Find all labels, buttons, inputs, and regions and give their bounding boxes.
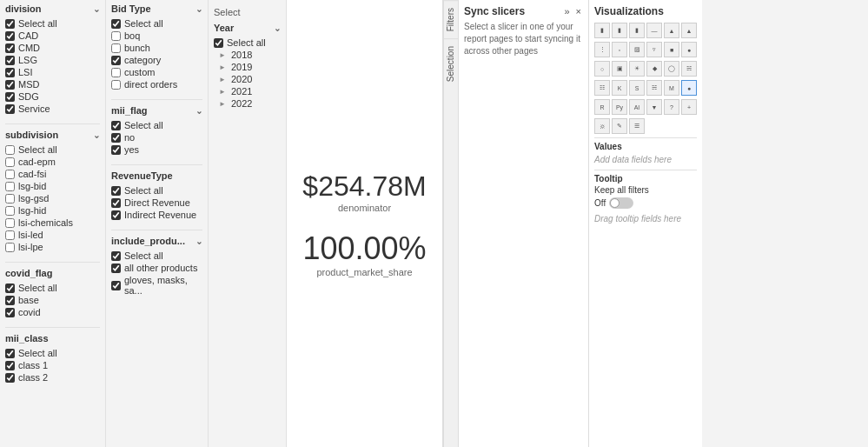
subdivision-lsg-bid[interactable]: lsg-bid [5,180,100,192]
division-lsi[interactable]: LSI [5,66,100,78]
viz-icon-stacked-bar[interactable]: ▮ [612,23,627,38]
tooltip-toggle-track[interactable] [609,197,633,209]
sync-close-button[interactable]: × [574,5,583,17]
viz-icon-bar[interactable]: ▮ [594,23,610,38]
mii-class-title: mii_class [5,333,49,344]
year-2019[interactable]: ► 2019 [214,61,281,73]
subdivision-lsi-chemicals[interactable]: lsi-chemicals [5,217,100,229]
values-add-field[interactable]: Add data fields here [594,153,697,166]
viz-icon-analytics[interactable]: ✎ [612,118,627,134]
select-label: Select [214,3,281,17]
viz-icon-active[interactable]: ● [681,80,697,96]
bid-type-custom[interactable]: custom [111,66,202,78]
division-msd[interactable]: MSD [5,78,100,90]
division-lsg[interactable]: LSG [5,54,100,66]
viz-icon-waterfall[interactable]: ▨ [629,42,645,57]
covid-base[interactable]: base [5,294,100,306]
include-produ-gloves[interactable]: gloves, masks, sa... [111,274,202,297]
covid-select-all[interactable]: Select all [5,282,100,294]
year-2022[interactable]: ► 2022 [214,97,281,110]
viz-icon-card[interactable]: ☵ [681,61,697,77]
subdivision-cad-fsi[interactable]: cad-fsi [5,168,100,180]
viz-icon-scatter[interactable]: ■ [664,42,679,57]
viz-icon-custom[interactable]: + [681,99,697,115]
year-2020[interactable]: ► 2020 [214,73,281,85]
subdivision-select-all[interactable]: Select all [5,143,100,156]
viz-icon-py[interactable]: Py [612,99,627,115]
viz-icon-funnel[interactable]: ▿ [646,42,662,57]
selection-tab[interactable]: Selection [444,38,458,89]
include-produ-chevron[interactable]: ⌄ [195,237,202,246]
include-produ-select-all[interactable]: Select all [111,250,202,262]
year-title: Year [214,23,234,33]
viz-icon-area[interactable]: ▲ [664,23,679,38]
mii-class-1[interactable]: class 1 [5,359,100,371]
division-sdg[interactable]: SDG [5,90,100,103]
division-cad[interactable]: CAD [5,30,100,42]
subdivision-lsg-hid[interactable]: lsg-hid [5,204,100,217]
viz-icon-map[interactable]: ☀ [629,61,645,77]
mii-class-select-all[interactable]: Select all [5,347,100,359]
viz-icon-donut[interactable]: ○ [594,61,610,77]
subdivision-lsi-led[interactable]: lsi-led [5,229,100,241]
subdivision-lsi-lpe[interactable]: lsi-lpe [5,241,100,253]
viz-icon-format[interactable]: ⛭ [594,118,610,134]
division-cmd[interactable]: CMD [5,42,100,54]
mii-flag-title: mii_flag [111,105,148,116]
viz-icon-ai[interactable]: AI [629,99,645,115]
revenue-indirect[interactable]: Indirect Revenue [111,209,202,221]
revenue-direct[interactable]: Direct Revenue [111,197,202,209]
mii-flag-yes[interactable]: yes [111,143,202,156]
sync-panel-description: Select a slicer in one of your report pa… [464,21,583,57]
viz-icon-table[interactable]: ☵ [646,80,662,96]
include-produ-all-other[interactable]: all other products [111,262,202,274]
slicer-col-year: Select Year ⌄ Select all ► 2018 ► 2019 ►… [209,0,287,447]
viz-icon-treemap[interactable]: ▣ [612,61,627,77]
bid-type-chevron[interactable]: ⌄ [195,4,202,14]
mii-class-2[interactable]: class 2 [5,371,100,384]
year-2018[interactable]: ► 2018 [214,49,281,61]
division-select-all[interactable]: Select all [5,17,100,30]
viz-icon-ribbon[interactable]: ▫ [612,42,627,57]
bid-type-category[interactable]: category [111,54,202,66]
bid-type-header: Bid Type ⌄ [111,3,202,14]
viz-icon-gauge[interactable]: ◯ [664,61,679,77]
viz-icon-stacked-area[interactable]: ▲ [681,23,697,38]
viz-icon-line-clustered[interactable]: ⋮ [594,42,610,57]
mii-flag-chevron[interactable]: ⌄ [195,106,202,116]
bid-type-direct-orders[interactable]: direct orders [111,78,202,90]
filters-tab[interactable]: Filters [444,0,458,38]
viz-icon-fields[interactable]: ☰ [629,118,645,134]
viz-icon-filled-map[interactable]: ◆ [646,61,662,77]
viz-icon-decomp[interactable]: ▼ [646,99,662,115]
covid-flag-slicer: covid_flag Select all base covid [5,268,100,318]
bid-type-select-all[interactable]: Select all [111,17,202,30]
viz-icon-pie[interactable]: ● [681,42,697,57]
mii-flag-no[interactable]: no [111,131,202,143]
sync-expand-button[interactable]: » [562,5,571,17]
bid-type-bunch[interactable]: bunch [111,42,202,54]
bid-type-boq[interactable]: boq [111,30,202,42]
viz-icon-line[interactable]: ― [646,23,662,38]
viz-icon-r[interactable]: R [594,99,610,115]
tooltip-drag-field[interactable]: Drag tooltip fields here [594,212,697,225]
division-service[interactable]: Service [5,103,100,115]
covid-covid[interactable]: covid [5,306,100,318]
revenue-select-all[interactable]: Select all [111,184,202,197]
subdivision-chevron[interactable]: ⌄ [93,130,100,140]
division-chevron[interactable]: ⌄ [93,4,100,14]
tooltip-toggle[interactable]: Off [594,197,697,209]
viz-icon-matrix[interactable]: M [664,80,679,96]
viz-icon-100-bar[interactable]: ▮ [629,23,645,38]
percentage-value: 100.00% [302,230,426,267]
year-2021[interactable]: ► 2021 [214,85,281,97]
viz-icon-qna[interactable]: ? [664,99,679,115]
viz-icon-kpi[interactable]: K [612,80,627,96]
subdivision-cad-epm[interactable]: cad-epm [5,156,100,168]
viz-icon-slicer[interactable]: S [629,80,645,96]
subdivision-lsg-gsd[interactable]: lsg-gsd [5,192,100,204]
year-select-all[interactable]: Select all [214,37,281,49]
mii-flag-select-all[interactable]: Select all [111,119,202,131]
viz-icon-multirow-card[interactable]: ☷ [594,80,610,96]
year-chevron[interactable]: ⌄ [274,23,281,33]
